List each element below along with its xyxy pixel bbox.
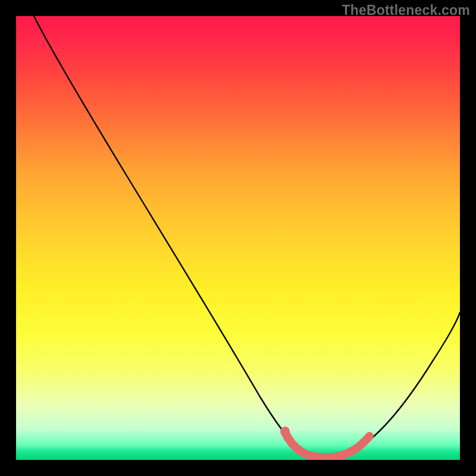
highlight-dot-icon xyxy=(280,427,290,436)
plot-area xyxy=(16,16,460,460)
watermark-text: TheBottleneck.com xyxy=(342,2,470,18)
chart-svg xyxy=(16,16,460,460)
chart-container: TheBottleneck.com xyxy=(0,0,476,476)
highlight-band-line xyxy=(285,433,369,458)
curve-main-line xyxy=(34,16,460,458)
